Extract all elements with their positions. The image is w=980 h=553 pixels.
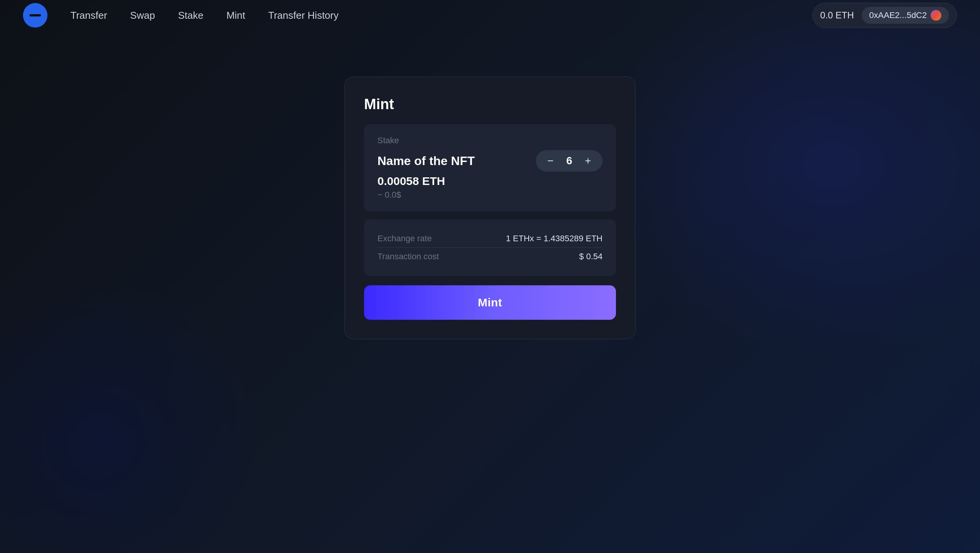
nav-link-swap[interactable]: Swap <box>130 10 155 21</box>
eth-price: 0.00058 ETH <box>377 175 603 188</box>
nav-item-mint[interactable]: Mint <box>226 10 245 21</box>
nav-item-stake[interactable]: Stake <box>178 10 204 21</box>
nav-item-transfer[interactable]: Transfer <box>70 10 107 21</box>
mint-button[interactable]: Mint <box>364 285 616 320</box>
wallet-info: 0.0 ETH 0xAAE2...5dC2 <box>812 3 957 28</box>
nav-link-stake[interactable]: Stake <box>178 10 204 21</box>
main-content: Mint Stake Name of the NFT − 6 + 0.00058… <box>0 31 980 339</box>
nft-section: Stake Name of the NFT − 6 + 0.00058 ETH … <box>364 124 616 211</box>
quantity-increase-button[interactable]: + <box>581 154 595 168</box>
mint-card: Mint Stake Name of the NFT − 6 + 0.00058… <box>345 77 635 339</box>
navbar: Transfer Swap Stake Mint Transfer Histor… <box>0 0 980 31</box>
quantity-value: 6 <box>564 155 575 167</box>
nft-name: Name of the NFT <box>377 154 475 168</box>
logo[interactable] <box>23 3 47 28</box>
transaction-cost-value: $ 0.54 <box>579 252 603 262</box>
quantity-decrease-button[interactable]: − <box>544 154 557 168</box>
eth-balance: 0.0 ETH <box>820 10 854 21</box>
nav-link-transfer[interactable]: Transfer <box>70 10 107 21</box>
exchange-rate-value: 1 ETHx = 1.4385289 ETH <box>506 234 603 244</box>
nft-row: Name of the NFT − 6 + <box>377 150 603 172</box>
exchange-rate-label: Exchange rate <box>377 234 432 244</box>
nav-links: Transfer Swap Stake Mint Transfer Histor… <box>70 10 338 21</box>
wallet-address-text: 0xAAE2...5dC2 <box>869 10 927 20</box>
usd-price: ~ 0.0$ <box>377 190 603 200</box>
transaction-cost-row: Transaction cost $ 0.54 <box>377 247 603 265</box>
wallet-address-button[interactable]: 0xAAE2...5dC2 <box>862 7 949 24</box>
nft-label: Stake <box>377 136 603 146</box>
nav-link-mint[interactable]: Mint <box>226 10 245 21</box>
mint-card-title: Mint <box>364 96 616 113</box>
exchange-section: Exchange rate 1 ETHx = 1.4385289 ETH Tra… <box>364 219 616 276</box>
transaction-cost-label: Transaction cost <box>377 252 439 262</box>
nav-item-swap[interactable]: Swap <box>130 10 155 21</box>
wallet-avatar-icon <box>931 10 941 21</box>
nav-item-transfer-history[interactable]: Transfer History <box>268 10 339 21</box>
quantity-control: − 6 + <box>536 150 603 172</box>
logo-dash-icon <box>29 14 41 16</box>
nav-link-transfer-history[interactable]: Transfer History <box>268 10 339 21</box>
exchange-rate-row: Exchange rate 1 ETHx = 1.4385289 ETH <box>377 230 603 247</box>
